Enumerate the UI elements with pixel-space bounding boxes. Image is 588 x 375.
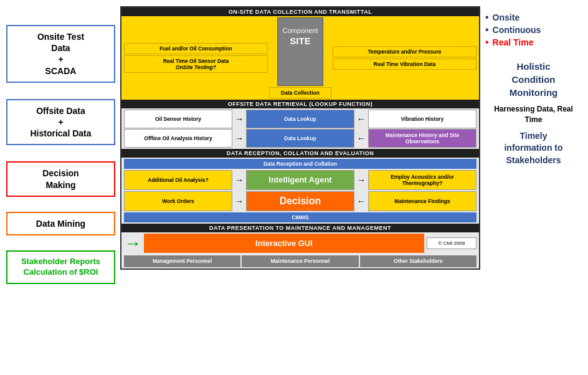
maintenance-personnel: Maintenance Personnel [242, 255, 358, 267]
timely-text: Timely information to Stakeholders [485, 130, 582, 167]
harnessing-text: Harnessing Data, Real Time [485, 104, 582, 125]
data-lookup-1: Data Lookup [246, 110, 354, 128]
onsite-right: Temperature and/or Pressure Real Time Vi… [333, 46, 477, 70]
arrow-7: → [234, 191, 245, 211]
vibration-data-cell: Real Time Vibration Data [333, 59, 477, 70]
reception-row1: Additional Oil Analysis? → Intelligent A… [124, 170, 477, 190]
bullet-realtime: • Real Time [485, 37, 582, 47]
bullet-dot-3: • [485, 37, 489, 47]
bullet-realtime-text: Real Time [493, 37, 534, 47]
offsite-header: OFFSITE DATA RETRIEVAL (LOOKUP FUNCTION) [121, 100, 479, 108]
decision-cell: Decision [246, 191, 354, 211]
other-stakeholders: Other Stakeholders [360, 255, 477, 267]
presentation-section: → Interactive GUI © CMI 2009 Management … [121, 232, 479, 268]
reception-header: DATA RECEPTION, COLLATION AND EVALUATION [121, 149, 479, 158]
bullet-onsite: • Onsite [485, 12, 582, 22]
temperature-cell: Temperature and/or Pressure [333, 46, 477, 57]
offsite-section: Oil Sensor History → Data Lookup ← Vibra… [121, 108, 479, 149]
employ-acoustics: Employ Acoustics and/or Thermography? [368, 170, 477, 190]
component-site-cell: Component SITE [277, 17, 324, 86]
arrow-8: ← [356, 191, 367, 211]
data-collection-cell: Data Collection [269, 87, 331, 98]
stakeholders-row: Management Personnel Maintenance Personn… [124, 255, 477, 267]
maintenance-findings: Maintenance Findings [368, 191, 477, 211]
arrow-1: → [234, 110, 245, 128]
bullet-dot-2: • [485, 25, 489, 35]
copyright-cell: © CMI 2009 [427, 237, 477, 249]
reception-top: Data Reception and Collation [124, 159, 477, 169]
real-time-sensor-cell: Real Time Oil Sensor Data OnSite Testing… [124, 55, 268, 73]
work-orders: Work Orders [124, 191, 232, 211]
decision-making-box: Decision Making [6, 161, 115, 196]
onsite-box: Onsite Test Data + SCADA [6, 25, 115, 83]
offsite-row2: Offline Oil Analysis History → Data Look… [124, 129, 477, 148]
offsite-box: Offsite Data + Historical Data [6, 99, 115, 146]
reception-row2: Work Orders → Decision ← Maintenance Fin… [124, 191, 477, 211]
cmms-row: CMMS [124, 212, 477, 222]
onsite-left: Fuel and/or Oil Consumption Real Time Oi… [124, 43, 268, 73]
presentation-header: DATA PRESENTATION TO MAINTENANCE AND MAN… [121, 224, 479, 232]
onsite-section: Fuel and/or Oil Consumption Real Time Oi… [121, 16, 479, 100]
diagram: ON-SITE DATA COLLECTION AND TRANSMITTAL … [120, 6, 480, 270]
holistic-text: Holistic Condition Monitoring [485, 60, 582, 99]
arrow-6: → [356, 170, 367, 190]
arrow-3: → [234, 129, 245, 148]
oil-analysis-history: Offline Oil Analysis History [124, 129, 232, 148]
right-column: • Onsite • Continuous • Real Time Holist… [485, 6, 582, 369]
data-lookup-2: Data Lookup [246, 129, 354, 148]
bullet-continuous-text: Continuous [493, 25, 541, 35]
fuel-consumption-cell: Fuel and/or Oil Consumption [124, 43, 268, 54]
maintenance-history: Maintenance History and Site Observation… [368, 129, 477, 148]
arrow-5: → [234, 170, 245, 190]
offsite-row1: Oil Sensor History → Data Lookup ← Vibra… [124, 110, 477, 128]
gui-row: → Interactive GUI © CMI 2009 [124, 234, 477, 253]
vibration-history: Vibration History [368, 110, 477, 128]
onsite-header: ON-SITE DATA COLLECTION AND TRANSMITTAL [121, 7, 479, 16]
left-column: Onsite Test Data + SCADA Offsite Data + … [6, 6, 115, 369]
green-arrow-icon: → [124, 235, 141, 252]
reception-section: Data Reception and Collation Additional … [121, 158, 479, 224]
center-diagram: ON-SITE DATA COLLECTION AND TRANSMITTAL … [120, 6, 480, 369]
bullet-list: • Onsite • Continuous • Real Time [485, 12, 582, 50]
arrow-4: ← [356, 129, 367, 148]
additional-oil-analysis: Additional Oil Analysis? [124, 170, 232, 190]
oil-sensor-history: Oil Sensor History [124, 110, 232, 128]
interactive-gui-cell: Interactive GUI [144, 234, 424, 253]
management-personnel: Management Personnel [124, 255, 240, 267]
bullet-dot-1: • [485, 12, 489, 22]
data-mining-box: Data Mining [6, 212, 115, 235]
stakeholder-reports-box: Stakeholder Reports Calculation of $ROI [6, 250, 115, 284]
intelligent-agent: Intelligent Agent [246, 170, 354, 190]
bullet-continuous: • Continuous [485, 25, 582, 35]
arrow-2: ← [356, 110, 367, 128]
bullet-onsite-text: Onsite [493, 12, 520, 22]
